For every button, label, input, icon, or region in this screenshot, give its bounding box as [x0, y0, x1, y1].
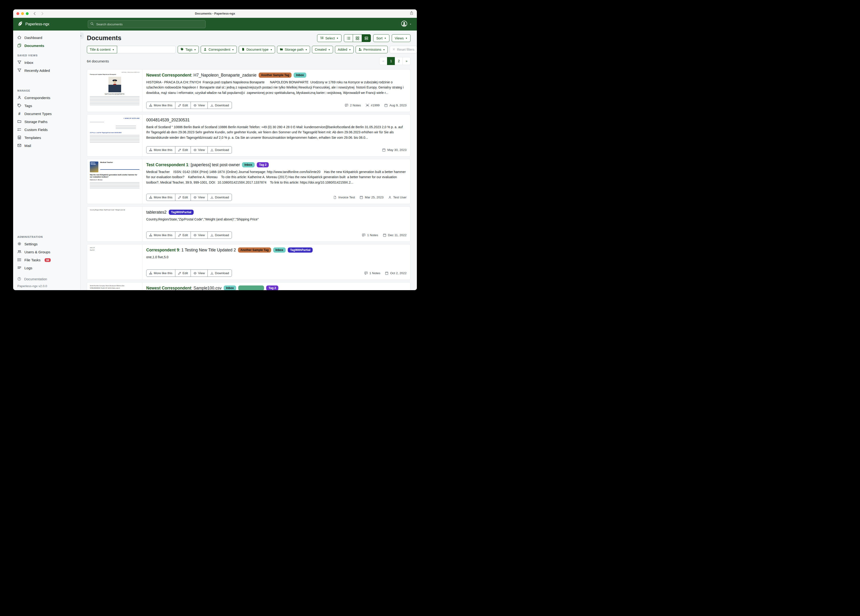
notes-meta[interactable]: 1 Notes — [364, 271, 380, 275]
global-search[interactable] — [88, 20, 206, 28]
document-correspondent[interactable]: Newest Correspondent — [146, 286, 191, 291]
sidebar-item-label: Users & Groups — [24, 250, 50, 254]
document-thumbnail[interactable]: one,1.0 five,5.0 — [87, 244, 143, 280]
sidebar-item-documents[interactable]: Documents — [13, 42, 80, 50]
tag-pill[interactable]: Another Sample Tag — [259, 72, 292, 78]
close-window-button[interactable] — [16, 12, 19, 15]
more-like-this-button[interactable]: More like this — [146, 231, 175, 239]
document-thumbnail[interactable]: Serial Number,Company Name,Employee Mark… — [87, 283, 143, 290]
tags-filter-button[interactable]: Tags▼ — [178, 46, 199, 53]
document-title[interactable]: 0004814539_20230531 — [146, 118, 190, 123]
document-title[interactable]: Test Correspondent 1: [paperless] test p… — [146, 162, 240, 167]
permissions-filter-button[interactable]: Permissions▼ — [356, 46, 388, 53]
correspondent-filter-button[interactable]: Correspondent▼ — [201, 46, 237, 53]
tag-pill[interactable]: Inbox — [242, 162, 254, 167]
download-button[interactable]: Download — [207, 269, 232, 277]
more-like-this-button[interactable]: More like this — [146, 269, 175, 277]
edit-button[interactable]: Edit — [175, 102, 191, 109]
document-correspondent[interactable]: Newest Correspondent — [146, 73, 191, 77]
view-button[interactable]: View — [191, 102, 208, 109]
created-filter-button[interactable]: Created▼ — [312, 46, 333, 53]
more-like-this-button[interactable]: More like this — [146, 146, 175, 154]
document-thumbnail[interactable]: HISTORIA - PRACA DLA CHĘTNYCH Francja po… — [87, 69, 143, 112]
pagination-page-1-button[interactable]: 1 — [387, 57, 395, 65]
document-correspondent[interactable]: Test Correspondent 1 — [146, 162, 188, 167]
document-correspondent[interactable]: Correspondent 9 — [146, 248, 179, 252]
sidebar-item-tags[interactable]: Tags — [13, 102, 80, 110]
title-content-filter-button[interactable]: Title & content▼ — [87, 46, 117, 53]
download-button[interactable]: Download — [207, 194, 232, 201]
tag-pill[interactable]: Inbox — [293, 72, 306, 78]
sidebar-item-dashboard[interactable]: Dashboard — [13, 34, 80, 42]
sidebar-item-recently-added[interactable]: Recently Added — [13, 67, 80, 75]
sidebar-collapse-button[interactable]: « — [80, 32, 84, 39]
tag-pill[interactable]: Inbox — [224, 286, 236, 290]
select-button[interactable]: Select▼ — [317, 34, 342, 42]
pagination-next-button[interactable]: » — [403, 57, 411, 65]
asn-value: #1999 — [371, 104, 380, 107]
zoom-window-button[interactable] — [26, 12, 29, 15]
document-type-filter-button[interactable]: Document type▼ — [239, 46, 275, 53]
tag-pill[interactable] — [238, 286, 264, 290]
storage-path-filter-button[interactable]: Storage path▼ — [277, 46, 310, 53]
tag-pill[interactable]: Tag 2 — [257, 162, 269, 167]
sidebar-item-templates[interactable]: Templates — [13, 134, 80, 142]
tag-pill[interactable]: TagWithPartial — [169, 210, 194, 215]
sidebar-item-correspondents[interactable]: Correspondents — [13, 94, 80, 102]
app-brand[interactable]: Paperless-ngx — [13, 21, 80, 27]
view-button[interactable]: View — [191, 269, 208, 277]
edit-button[interactable]: Edit — [175, 146, 191, 154]
sidebar-item-users-groups[interactable]: Users & Groups — [13, 248, 80, 256]
minimize-window-button[interactable] — [21, 12, 24, 15]
detail-view-button[interactable] — [362, 34, 371, 42]
sidebar-item-documentation[interactable]: Documentation — [13, 275, 80, 283]
tag-pill[interactable]: Tag 2 — [266, 286, 278, 290]
view-button[interactable]: View — [191, 146, 208, 154]
document-title[interactable]: Newest Correspondent: Sample100.csv — [146, 286, 221, 291]
sidebar-item-inbox[interactable]: Inbox — [13, 59, 80, 67]
tag-pill[interactable]: TagWithPartial — [288, 247, 313, 253]
user-menu[interactable] — [401, 20, 412, 28]
back-icon[interactable] — [33, 12, 37, 16]
sidebar-item-storage-paths[interactable]: Storage Paths — [13, 118, 80, 126]
edit-button[interactable]: Edit — [175, 269, 191, 277]
document-thumbnail[interactable]: Country,Region/State,"Zip/Postal Code","… — [87, 207, 143, 242]
sidebar-item-logs[interactable]: Logs — [13, 264, 80, 272]
title-content-filter-input[interactable] — [117, 46, 176, 53]
forward-icon[interactable] — [40, 12, 44, 16]
sidebar-item-file-tasks[interactable]: File Tasks 16 — [13, 256, 80, 264]
edit-button[interactable]: Edit — [175, 231, 191, 239]
sidebar-item-settings[interactable]: Settings — [13, 240, 80, 248]
document-thumbnail[interactable]: MEDICAL TEACHER Medical Teacher Has the … — [87, 159, 143, 204]
tag-pill[interactable]: Another Sample Tag — [238, 247, 271, 253]
search-input[interactable] — [96, 22, 203, 26]
document-title[interactable]: tablerates2 — [146, 210, 166, 215]
views-button[interactable]: Views▼ — [392, 34, 411, 42]
added-filter-button[interactable]: Added▼ — [335, 46, 354, 53]
notes-meta[interactable]: 2 Notes — [345, 104, 361, 107]
download-button[interactable]: Download — [207, 146, 232, 154]
view-button[interactable]: View — [191, 231, 208, 239]
share-icon[interactable] — [410, 11, 414, 16]
download-button[interactable]: Download — [207, 231, 232, 239]
sidebar-item-mail[interactable]: Mail — [13, 142, 80, 150]
download-button[interactable]: Download — [207, 102, 232, 109]
sidebar-item-custom-fields[interactable]: Custom Fields — [13, 126, 80, 134]
view-button[interactable]: View — [191, 194, 208, 201]
pagination-prev-button[interactable]: « — [379, 57, 387, 65]
more-like-this-button[interactable]: More like this — [146, 102, 175, 109]
more-like-this-button[interactable]: More like this — [146, 194, 175, 201]
tag-pill[interactable]: Inbox — [273, 247, 286, 253]
document-thumbnail[interactable]: ✳ BANK OF SCOTLAND 2,0 % p. a. auf Ihr T… — [87, 115, 143, 156]
sort-button[interactable]: Sort▼ — [373, 34, 389, 42]
edit-button[interactable]: Edit — [175, 194, 191, 201]
notes-meta[interactable]: 1 Notes — [362, 233, 378, 237]
sidebar-item-document-types[interactable]: # Document Types — [13, 110, 80, 118]
grid-view-button[interactable] — [353, 34, 362, 42]
pagination-page-2-button[interactable]: 2 — [395, 57, 403, 65]
list-view-button[interactable] — [344, 34, 353, 42]
document-title[interactable]: Newest Correspondent: H7_Napoleon_Bonapa… — [146, 73, 257, 78]
document-title[interactable]: Correspondent 9: 1 Testing New Title Upd… — [146, 248, 236, 253]
traffic-lights[interactable] — [16, 12, 29, 15]
reset-filters-button[interactable]: Reset filters — [390, 46, 417, 53]
